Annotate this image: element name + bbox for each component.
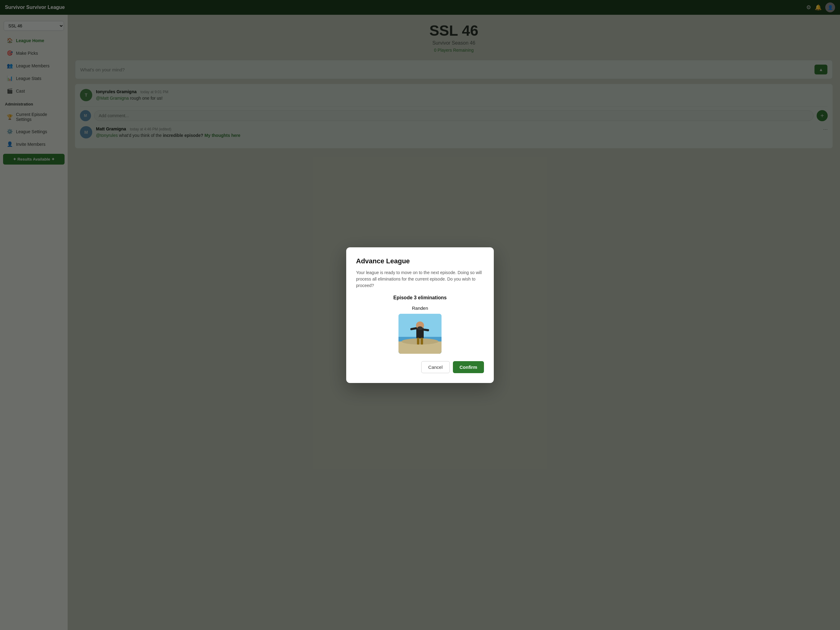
modal-description: Your league is ready to move on to the n… [356, 269, 484, 289]
player-name: Randen [412, 306, 428, 311]
confirm-button[interactable]: Confirm [453, 361, 484, 373]
svg-rect-6 [421, 338, 423, 345]
modal-overlay: Advance League Your league is ready to m… [0, 0, 840, 630]
eliminated-player: Randen [356, 306, 484, 354]
player-photo [398, 314, 442, 354]
episode-title: Episode 3 eliminations [356, 295, 484, 301]
modal-actions: Cancel Confirm [356, 361, 484, 373]
svg-rect-5 [417, 338, 419, 345]
advance-league-modal: Advance League Your league is ready to m… [346, 247, 494, 383]
svg-point-8 [417, 326, 423, 330]
modal-title: Advance League [356, 257, 484, 265]
player-svg [398, 314, 442, 354]
cancel-button[interactable]: Cancel [421, 361, 450, 373]
svg-point-3 [401, 339, 439, 345]
